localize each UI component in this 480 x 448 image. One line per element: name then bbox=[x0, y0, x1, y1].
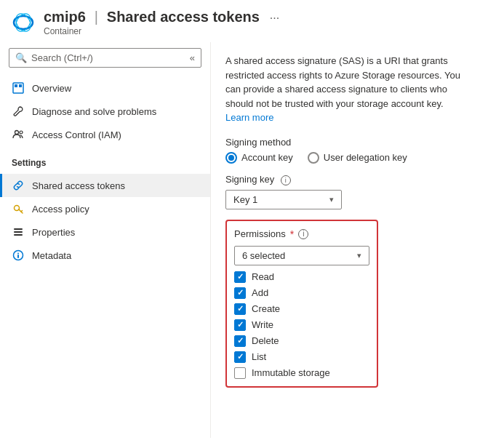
permissions-checkbox-list: Read Add Create Write bbox=[234, 271, 369, 379]
sidebar-item-diagnose[interactable]: Diagnose and solve problems bbox=[0, 100, 210, 123]
checkbox-item-immutable-storage[interactable]: Immutable storage bbox=[234, 367, 369, 379]
bars-icon bbox=[12, 225, 25, 239]
search-input[interactable] bbox=[31, 52, 162, 63]
svg-rect-5 bbox=[19, 84, 22, 87]
signing-key-info-icon[interactable]: i bbox=[281, 175, 291, 185]
resource-name: cmip6 bbox=[44, 9, 86, 25]
signing-key-section: Signing key i Key 1 ▾ bbox=[225, 174, 465, 209]
wrench-icon bbox=[12, 105, 25, 118]
people-icon bbox=[12, 128, 25, 141]
signing-key-label: Signing key i bbox=[225, 174, 465, 185]
permissions-label: Permissions bbox=[234, 228, 286, 239]
resource-subtitle: Container bbox=[44, 26, 279, 36]
svg-rect-14 bbox=[17, 255, 19, 258]
pipe-separator: | bbox=[95, 9, 98, 25]
settings-nav-section: Shared access tokens Access policy Prope… bbox=[0, 171, 210, 270]
user-delegation-key-radio[interactable]: User delegation key bbox=[308, 152, 407, 164]
sidebar-item-access-policy-label: Access policy bbox=[32, 204, 89, 215]
sidebar-item-iam[interactable]: Access Control (IAM) bbox=[0, 123, 210, 146]
write-label: Write bbox=[252, 319, 273, 330]
header-full-title: cmip6 | Shared access tokens ··· bbox=[44, 9, 279, 25]
signing-key-dropdown[interactable]: Key 1 ▾ bbox=[225, 190, 342, 209]
info-circle-icon bbox=[12, 249, 25, 262]
sidebar-item-shared-access-tokens[interactable]: Shared access tokens bbox=[0, 174, 210, 197]
account-key-radio[interactable]: Account key bbox=[225, 152, 293, 164]
page-title: Shared access tokens bbox=[107, 9, 260, 25]
sidebar-item-metadata[interactable]: Metadata bbox=[0, 244, 210, 267]
permissions-dropdown-arrow-icon: ▾ bbox=[357, 251, 361, 260]
permissions-dropdown[interactable]: 6 selected ▾ bbox=[234, 246, 369, 265]
delete-label: Delete bbox=[252, 335, 279, 346]
read-label: Read bbox=[252, 271, 274, 282]
delete-checkbox[interactable] bbox=[234, 335, 246, 347]
square-icon bbox=[12, 81, 25, 95]
permissions-selected-label: 6 selected bbox=[242, 250, 285, 261]
key-icon bbox=[12, 202, 25, 215]
sidebar-item-overview[interactable]: Overview bbox=[0, 76, 210, 100]
account-key-label: Account key bbox=[241, 152, 293, 163]
resource-icon bbox=[12, 11, 35, 34]
immutable-storage-checkbox[interactable] bbox=[234, 367, 246, 379]
sidebar-item-access-policy[interactable]: Access policy bbox=[0, 197, 210, 220]
required-star: * bbox=[290, 228, 294, 240]
signing-method-label: Signing method bbox=[225, 137, 465, 148]
signing-key-value: Key 1 bbox=[233, 194, 257, 205]
permissions-header: Permissions * i bbox=[234, 228, 369, 240]
main-content: A shared access signature (SAS) is a URI… bbox=[211, 42, 480, 438]
header-title-block: cmip6 | Shared access tokens ··· Contain… bbox=[44, 9, 279, 36]
checkbox-item-list[interactable]: List bbox=[234, 351, 369, 363]
page-header: cmip6 | Shared access tokens ··· Contain… bbox=[0, 0, 480, 42]
immutable-storage-label: Immutable storage bbox=[252, 367, 330, 378]
create-label: Create bbox=[252, 303, 280, 314]
list-label: List bbox=[252, 351, 266, 362]
permissions-info-icon[interactable]: i bbox=[298, 229, 308, 239]
svg-rect-4 bbox=[15, 84, 17, 87]
write-checkbox[interactable] bbox=[234, 319, 246, 331]
sidebar-item-properties[interactable]: Properties bbox=[0, 220, 210, 244]
signing-method-section: Signing method Account key User delegati… bbox=[225, 137, 465, 164]
checkbox-item-write[interactable]: Write bbox=[234, 319, 369, 331]
permissions-box: Permissions * i 6 selected ▾ Read Add bbox=[225, 220, 378, 388]
checkbox-item-add[interactable]: Add bbox=[234, 287, 369, 299]
description-text: A shared access signature (SAS) is a URI… bbox=[225, 54, 465, 125]
user-delegation-key-radio-circle[interactable] bbox=[308, 152, 319, 164]
sidebar-item-overview-label: Overview bbox=[32, 83, 71, 94]
svg-point-2 bbox=[13, 11, 34, 34]
svg-point-13 bbox=[17, 253, 19, 255]
sidebar: 🔍 « Overview Diagnose and solve problems bbox=[0, 42, 211, 438]
settings-section-label: Settings bbox=[0, 149, 210, 171]
nav-section: Overview Diagnose and solve problems Acc… bbox=[0, 73, 210, 149]
user-delegation-key-label: User delegation key bbox=[324, 152, 407, 163]
sidebar-item-properties-label: Properties bbox=[32, 227, 75, 238]
link-icon bbox=[12, 179, 25, 192]
sidebar-item-iam-label: Access Control (IAM) bbox=[32, 129, 121, 140]
checkbox-item-delete[interactable]: Delete bbox=[234, 335, 369, 347]
svg-rect-9 bbox=[14, 228, 23, 230]
signing-method-radio-group: Account key User delegation key bbox=[225, 152, 465, 164]
add-checkbox[interactable] bbox=[234, 287, 246, 299]
svg-point-7 bbox=[20, 131, 23, 134]
dropdown-arrow-icon: ▾ bbox=[329, 195, 334, 204]
learn-more-link[interactable]: Learn more bbox=[225, 112, 273, 123]
main-layout: 🔍 « Overview Diagnose and solve problems bbox=[0, 42, 480, 438]
permissions-section: Permissions * i 6 selected ▾ Read Add bbox=[225, 220, 465, 388]
account-key-radio-circle[interactable] bbox=[225, 152, 237, 164]
sidebar-item-shared-access-tokens-label: Shared access tokens bbox=[32, 180, 125, 191]
sidebar-item-metadata-label: Metadata bbox=[32, 250, 71, 261]
sidebar-item-diagnose-label: Diagnose and solve problems bbox=[32, 106, 156, 117]
search-icon: 🔍 bbox=[15, 52, 27, 63]
search-box[interactable]: 🔍 « bbox=[9, 48, 201, 68]
list-checkbox[interactable] bbox=[234, 351, 246, 363]
more-options-icon[interactable]: ··· bbox=[270, 12, 279, 24]
svg-rect-10 bbox=[14, 231, 23, 233]
checkbox-item-create[interactable]: Create bbox=[234, 303, 369, 315]
svg-point-6 bbox=[15, 131, 19, 135]
add-label: Add bbox=[252, 287, 268, 298]
svg-rect-11 bbox=[14, 234, 23, 236]
checkbox-item-read[interactable]: Read bbox=[234, 271, 369, 283]
read-checkbox[interactable] bbox=[234, 271, 246, 283]
collapse-icon[interactable]: « bbox=[190, 52, 195, 63]
create-checkbox[interactable] bbox=[234, 303, 246, 315]
